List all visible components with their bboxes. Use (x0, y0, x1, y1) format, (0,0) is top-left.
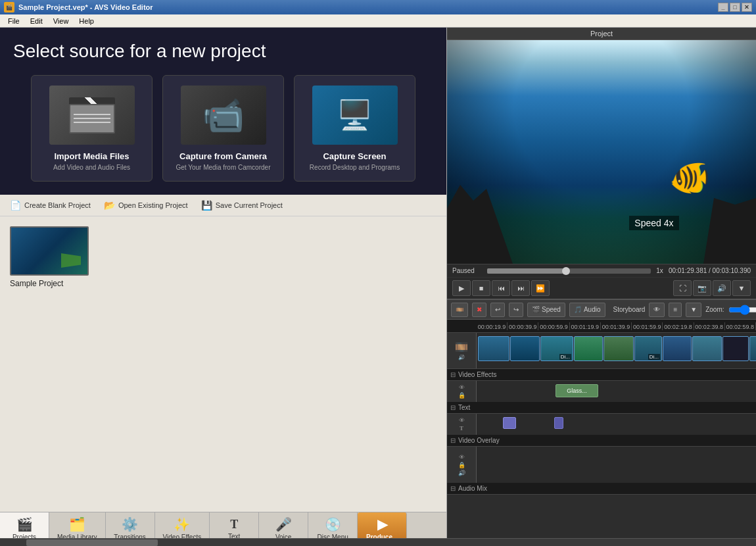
text-track-body[interactable]: S... Speed 4x So... AVS Vide... (477, 414, 756, 435)
window-controls[interactable]: _ □ ✕ (718, 3, 752, 12)
text-eye-icon[interactable]: 👁 (459, 417, 465, 424)
effects-track-body[interactable]: Glass... Ken Burns Ken Burns Wave Ken ..… (477, 381, 756, 402)
fast-forward-button[interactable]: ⏭ (511, 280, 530, 296)
horizontal-scrollbar[interactable] (0, 538, 756, 546)
audio-mix-toggle[interactable]: ⊟ (450, 485, 456, 492)
clip-1[interactable] (478, 336, 509, 361)
project-preview-label: Project (447, 28, 756, 40)
transport-controls: ▶ ■ ⏮ ⏭ ⏩ (452, 280, 550, 296)
capture-screen-option[interactable]: 🖥️ Capture Screen Record Desktop and Pro… (294, 75, 415, 182)
right-panel: Project 🐠 Speed 4x Paused (447, 28, 756, 546)
capture-camera-option[interactable]: 📹 Capture from Camera Get Your Media fro… (162, 75, 284, 182)
import-icon (49, 86, 135, 145)
fullscreen-button[interactable]: ⛶ (673, 280, 692, 296)
ruler-marks: 00:00:19.9 00:00:39.9 00:00:59.9 00:01:1… (477, 322, 756, 330)
clip-8[interactable] (692, 336, 722, 361)
screen-label: Capture Screen (304, 151, 405, 161)
minimize-button[interactable]: _ (718, 3, 728, 12)
camera-sublabel: Get Your Media from Camcorder (173, 164, 273, 171)
clip-3[interactable]: Di... (540, 336, 573, 361)
clip-5[interactable] (603, 336, 634, 361)
glass-effect[interactable]: Glass... (555, 384, 598, 397)
sample-project-thumbnail[interactable]: Sample Project (10, 226, 89, 288)
next-frame-button[interactable]: ⏩ (531, 280, 550, 296)
text-section-label: Text (458, 404, 470, 411)
stop-button[interactable]: ■ (472, 280, 490, 296)
text-block-2[interactable] (554, 417, 563, 429)
media-library-tab-icon: 🗂️ (69, 516, 85, 532)
redo-button[interactable]: ↪ (509, 303, 523, 317)
ruler-mark-3: 00:01:19.9 (570, 322, 601, 330)
open-existing-project-button[interactable]: 📂 Open Existing Project (104, 200, 188, 211)
text-block-1[interactable] (503, 417, 516, 429)
clip-9[interactable] (722, 336, 749, 361)
camera-source-icon: 📹 (181, 86, 266, 145)
ruler-mark-6: 00:02:19.8 (663, 322, 694, 330)
menu-help[interactable]: Help (74, 16, 99, 26)
menu-file[interactable]: File (3, 16, 25, 26)
menubar: File Edit View Help (0, 14, 756, 28)
audio-icon: 🎵 (574, 306, 582, 313)
playback-status: Paused (452, 267, 482, 274)
progress-thumb[interactable] (562, 267, 570, 275)
timeline-toolbar: 🎞️ ✖ ↩ ↪ 🎬 Speed 🎵 Audio Storyboard 👁 ≡ … (447, 300, 756, 320)
recent-projects-area: Sample Project (0, 216, 446, 512)
close-button[interactable]: ✕ (742, 3, 752, 12)
clip-4[interactable] (574, 336, 603, 361)
create-blank-project-button[interactable]: 📄 Create Blank Project (10, 200, 91, 211)
zoom-label: Zoom: (705, 306, 724, 313)
text-toggle[interactable]: ⊟ (450, 404, 456, 411)
project-thumbnail-image (10, 226, 89, 276)
video-overlay-toggle[interactable]: ⊟ (450, 437, 456, 444)
rewind-button[interactable]: ⏮ (492, 280, 510, 296)
clip-2[interactable] (510, 336, 540, 361)
audio-button[interactable]: 🎵 Audio (569, 303, 605, 317)
import-media-option[interactable]: Import Media Files Add Video and Audio F… (31, 75, 153, 182)
timeline-ruler: 00:00:19.9 00:00:39.9 00:00:59.9 00:01:1… (447, 320, 756, 333)
ruler-mark-2: 00:00:59.9 (538, 322, 569, 330)
video-track-icon: 🎞️ (455, 341, 468, 353)
h-scrollbar-thumb[interactable] (26, 539, 158, 546)
overlay-eye-icon[interactable]: 👁 (459, 454, 465, 460)
eye-icon[interactable]: 👁 (459, 384, 465, 391)
main-area: Select source for a new project (0, 28, 756, 546)
progress-fill (487, 268, 566, 274)
menu-view[interactable]: View (48, 16, 74, 26)
video-effects-track: 👁 🔒 Glass... Ken Burns Ken Burns Wave Ke… (447, 381, 756, 402)
timeline-mode-dropdown[interactable]: ▼ (686, 303, 701, 317)
video-effects-toggle[interactable]: ⊟ (450, 371, 456, 378)
audio-label-btn: Audio (584, 306, 601, 313)
video-track-body[interactable]: Di... Di... Divi... (...) (477, 333, 756, 368)
expand-button[interactable]: ▼ (732, 280, 751, 296)
ruler-mark-5: 00:01:59.9 (632, 322, 663, 330)
progress-bar[interactable] (487, 268, 651, 274)
save-current-project-button[interactable]: 💾 Save Current Project (201, 200, 283, 211)
source-title: Select source for a new project (13, 41, 433, 62)
project-name: Sample Project (10, 279, 89, 288)
storyboard-toggle[interactable]: 👁 (649, 303, 665, 317)
timeline-view-toggle[interactable]: ≡ (669, 303, 682, 317)
produce-tab-icon: ▶ (377, 516, 387, 532)
volume-button[interactable]: 🔊 (713, 280, 731, 296)
menu-edit[interactable]: Edit (25, 16, 48, 26)
clip-10[interactable] (749, 336, 756, 361)
project-actions: 📄 Create Blank Project 📂 Open Existing P… (0, 195, 446, 216)
overlay-track-body[interactable]: 🐠 fi... (477, 447, 756, 483)
ruler-mark-4: 00:01:39.9 (601, 322, 632, 330)
speed-button[interactable]: 🎬 Speed (527, 303, 565, 317)
filmstrip-button[interactable]: 🎞️ (451, 303, 468, 317)
clip-6[interactable]: Di... (634, 336, 662, 361)
zoom-slider[interactable] (728, 305, 756, 315)
delete-button[interactable]: ✖ (472, 303, 486, 317)
timeline: 🎞️ ✖ ↩ ↪ 🎬 Speed 🎵 Audio Storyboard 👁 ≡ … (447, 299, 756, 546)
save-current-label: Save Current Project (216, 201, 283, 209)
maximize-button[interactable]: □ (730, 3, 740, 12)
overlay-track-header: 👁 🔒 🔊 (447, 447, 477, 483)
snapshot-button[interactable]: 📷 (693, 280, 711, 296)
video-track-header: 🎞️ 🔊 (447, 333, 477, 368)
undo-button[interactable]: ↩ (490, 303, 505, 317)
play-button[interactable]: ▶ (452, 280, 471, 296)
disc-menu-tab-icon: 💿 (325, 516, 341, 532)
clip-7[interactable] (663, 336, 692, 361)
open-project-icon: 📂 (104, 200, 115, 211)
